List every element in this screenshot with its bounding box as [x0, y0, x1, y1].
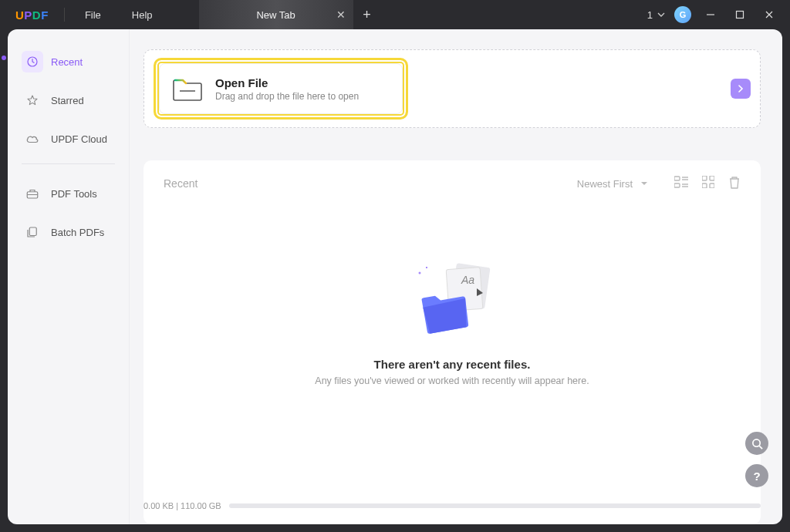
main-content: Open File Drag and drop the file here to… — [130, 29, 782, 524]
menu-help[interactable]: Help — [116, 9, 168, 21]
recent-title: Recent — [164, 177, 198, 190]
titlebar-right: 1 G — [647, 5, 790, 25]
maximize-button[interactable] — [730, 5, 750, 25]
active-indicator-dot — [2, 56, 6, 60]
sidebar-divider — [22, 163, 115, 164]
app-logo: UPDF — [0, 8, 59, 22]
svg-text:Aa: Aa — [461, 274, 474, 286]
sidebar-item-label: Batch PDFs — [51, 227, 104, 238]
grid-view-icon[interactable] — [702, 176, 714, 190]
storage-text: 0.00 KB | 110.00 GB — [143, 501, 221, 510]
svg-rect-7 — [674, 177, 680, 180]
titlebar: UPDF File Help New Tab ✕ + 1 G — [0, 0, 790, 29]
sidebar-item-cloud[interactable]: UPDF Cloud — [14, 125, 123, 153]
stack-icon — [22, 221, 43, 243]
close-button[interactable] — [759, 5, 779, 25]
svg-rect-14 — [710, 176, 714, 180]
tabs: New Tab ✕ + — [199, 0, 381, 29]
empty-state: Aa There aren't any recent files. Any fi… — [164, 259, 741, 386]
search-icon — [751, 438, 763, 450]
sidebar-item-starred[interactable]: Starred — [14, 86, 123, 114]
minimize-button[interactable] — [701, 5, 721, 25]
open-file-text: Open File Drag and drop the file here to… — [215, 76, 359, 102]
chevron-down-icon — [657, 11, 665, 19]
sort-dropdown[interactable]: Newest First — [577, 178, 648, 190]
sidebar-item-batch-pdfs[interactable]: Batch PDFs — [14, 218, 123, 246]
help-button[interactable]: ? — [745, 464, 768, 487]
open-file-subtitle: Drag and drop the file here to open — [215, 91, 359, 102]
separator — [64, 8, 65, 22]
sidebar-item-label: Starred — [51, 95, 84, 106]
expand-arrow-button[interactable] — [731, 79, 751, 99]
svg-point-21 — [752, 439, 759, 446]
svg-line-22 — [759, 446, 762, 449]
svg-rect-15 — [702, 184, 707, 188]
view-toolbar — [674, 176, 741, 190]
open-file-card[interactable]: Open File Drag and drop the file here to… — [154, 58, 408, 120]
folder-icon — [170, 74, 204, 103]
chevron-right-icon — [737, 85, 744, 93]
recent-panel: Recent Newest First — [143, 160, 761, 524]
toolbox-icon — [22, 183, 43, 204]
trash-icon[interactable] — [728, 176, 741, 190]
list-view-icon[interactable] — [674, 176, 688, 190]
svg-rect-16 — [710, 184, 714, 188]
tab-label: New Tab — [256, 9, 295, 21]
open-file-title: Open File — [215, 76, 359, 89]
sidebar-item-label: Recent — [51, 56, 83, 68]
sidebar-item-label: PDF Tools — [51, 188, 97, 200]
empty-subtitle: Any files you've viewed or worked with r… — [164, 375, 741, 386]
floating-buttons: ? — [745, 432, 768, 487]
sidebar-item-pdf-tools[interactable]: PDF Tools — [14, 180, 123, 207]
star-icon — [22, 89, 43, 111]
tab-new[interactable]: New Tab ✕ — [199, 0, 353, 29]
new-tab-button[interactable]: + — [353, 0, 381, 29]
svg-rect-1 — [737, 12, 744, 19]
empty-title: There aren't any recent files. — [164, 358, 741, 371]
sidebar-item-label: UPDF Cloud — [51, 133, 107, 145]
open-file-row[interactable]: Open File Drag and drop the file here to… — [143, 49, 761, 128]
recent-header: Recent Newest First — [164, 177, 741, 190]
menu-file[interactable]: File — [69, 9, 116, 21]
svg-point-20 — [419, 272, 421, 274]
close-tab-icon[interactable]: ✕ — [336, 8, 346, 21]
app-body: Recent Starred UPDF Cloud PDF Tools Bat — [8, 29, 782, 524]
svg-rect-13 — [702, 176, 707, 180]
question-icon: ? — [753, 470, 760, 483]
storage-progress — [229, 503, 761, 508]
clock-icon — [22, 51, 43, 72]
avatar[interactable]: G — [674, 6, 691, 23]
sidebar: Recent Starred UPDF Cloud PDF Tools Bat — [8, 29, 130, 524]
cloud-icon — [22, 128, 43, 150]
sidebar-item-recent[interactable]: Recent — [14, 48, 123, 76]
svg-rect-10 — [674, 184, 680, 187]
chevron-down-icon — [640, 180, 648, 187]
empty-folder-illustration: Aa — [406, 259, 498, 344]
storage-bar-row: 0.00 KB | 110.00 GB — [143, 501, 761, 510]
search-button[interactable] — [745, 432, 768, 455]
account-menu[interactable]: 1 — [647, 9, 665, 21]
svg-rect-5 — [29, 227, 36, 236]
